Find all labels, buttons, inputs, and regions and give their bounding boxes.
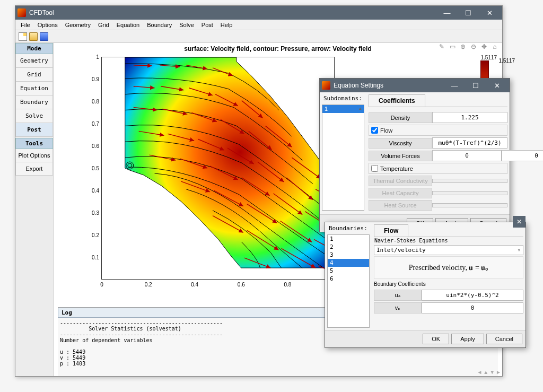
save-file-icon[interactable] [40, 32, 48, 41]
menu-options[interactable]: Options [34, 21, 61, 29]
volume-force-x-input[interactable]: 0 [432, 150, 502, 161]
app-icon [17, 8, 26, 17]
bc-equation-group: Navier-Stokes Equations [374, 237, 523, 244]
toolbar [15, 30, 502, 43]
v0-label: vₒ [374, 302, 422, 313]
u0-input[interactable]: uin*2*(y-0.5)^2 [422, 290, 523, 301]
sidebar-item-plot-options[interactable]: Plot Options [15, 149, 53, 162]
boundary-item[interactable]: 5 [328, 267, 369, 275]
density-input[interactable]: 1.225 [432, 112, 507, 123]
sidebar-item-equation[interactable]: Equation [15, 82, 53, 95]
thermal-conductivity-input [432, 179, 507, 183]
boundary-item[interactable]: 4 [328, 259, 369, 267]
select-icon[interactable]: ▭ [448, 43, 457, 51]
close-button[interactable]: ✕ [479, 6, 500, 20]
flow-checkbox[interactable] [371, 127, 378, 134]
sidebar-item-export[interactable]: Export [15, 162, 53, 176]
subdomain-item[interactable]: 1▴ [322, 105, 364, 113]
open-file-icon[interactable] [29, 32, 38, 41]
flow-checkbox-row[interactable]: Flow [369, 125, 507, 136]
bc-coefficients-title: Boundary Coefficients [374, 280, 523, 288]
temperature-checkbox-row[interactable]: Temperature [369, 163, 507, 174]
v0-input[interactable]: 0 [422, 302, 523, 313]
bc-ok-button[interactable]: OK [423, 334, 449, 344]
colorbar-value-label: 1.5117 [480, 55, 497, 60]
menu-geometry[interactable]: Geometry [62, 21, 94, 29]
boundary-item[interactable]: 3 [328, 251, 369, 259]
density-label: Density [369, 112, 432, 123]
temperature-checkbox[interactable] [371, 165, 378, 172]
thermal-conductivity-label: Thermal Conductivity [369, 176, 432, 186]
u0-label: uₒ [374, 290, 422, 301]
pan-icon[interactable]: ✥ [480, 43, 488, 51]
mode-sidebar: Mode Geometry Grid Equation Boundary Sol… [15, 43, 54, 376]
bc-type-select[interactable]: Inlet/velocity [374, 245, 523, 255]
home-icon[interactable]: ⌂ [491, 43, 499, 51]
menubar: File Options Geometry Grid Equation Boun… [15, 20, 502, 30]
mode-header: Mode [15, 43, 53, 54]
equation-dialog-title: Equation Settings [334, 82, 444, 89]
sidebar-item-solve[interactable]: Solve [15, 109, 53, 123]
bc-equation-display: Prescribed velocity, 𝐮 = 𝐮ₒ [374, 256, 523, 279]
maximize-button[interactable]: ☐ [458, 6, 479, 20]
sidebar-item-post[interactable]: Post [15, 123, 53, 137]
svg-line-2 [134, 65, 152, 66]
heat-source-label: Heat Source [369, 200, 432, 211]
tab-coefficients[interactable]: Coefficients [369, 94, 425, 107]
minimize-button[interactable]: — [436, 6, 458, 20]
eq-minimize-button[interactable]: — [444, 79, 465, 92]
subdomains-label: Subdomains: [322, 94, 366, 102]
colorbar-max: 1.5117 [498, 58, 515, 64]
bc-apply-button[interactable]: Apply [451, 334, 484, 344]
equation-dialog-titlebar[interactable]: Equation Settings — ☐ ✕ [320, 79, 510, 92]
sidebar-item-boundary[interactable]: Boundary [15, 95, 53, 109]
menu-boundary[interactable]: Boundary [144, 21, 175, 29]
tab-flow[interactable]: Flow [374, 224, 408, 237]
sidebar-item-grid[interactable]: Grid [15, 68, 53, 82]
sidebar-item-geometry[interactable]: Geometry [15, 54, 53, 68]
titlebar[interactable]: CFDTool — ☐ ✕ [15, 6, 502, 20]
volume-force-y-input[interactable]: 0 [502, 150, 543, 161]
menu-grid[interactable]: Grid [95, 21, 112, 29]
new-file-icon[interactable] [19, 32, 27, 41]
app-icon [322, 81, 330, 90]
bc-close-button[interactable]: ✕ [513, 216, 526, 228]
subdomains-list[interactable]: 1▴ [322, 104, 364, 211]
window-title: CFDTool [29, 9, 436, 16]
menu-post[interactable]: Post [198, 21, 216, 29]
heat-capacity-input [432, 191, 507, 195]
eq-close-button[interactable]: ✕ [486, 79, 507, 92]
eq-maximize-button[interactable]: ☐ [465, 79, 486, 92]
scroll-arrows[interactable]: ◄▲▼► [477, 369, 501, 375]
menu-solve[interactable]: Solve [176, 21, 197, 29]
bc-cancel-button[interactable]: Cancel [486, 334, 522, 344]
boundaries-label: Boundaries: [327, 224, 372, 232]
boundary-item[interactable]: 6 [328, 275, 369, 283]
boundaries-list[interactable]: 1 2 3 4 5 6 [327, 234, 370, 328]
temperature-label: Temperature [380, 165, 413, 172]
edit-plot-icon[interactable]: ✎ [437, 43, 446, 51]
equation-settings-dialog: Equation Settings — ☐ ✕ Subdomains: 1▴ C… [319, 78, 510, 232]
axes[interactable]: 0 0.2 0.4 0.6 0.8 1 [101, 57, 335, 280]
viscosity-input[interactable]: mu0*(T-Tref)^(2/3) [432, 137, 507, 149]
zoom-in-icon[interactable]: ⊕ [459, 43, 467, 51]
plot-toolbar: ✎ ▭ ⊕ ⊖ ✥ ⌂ [437, 43, 499, 51]
viscosity-label: Viscosity [369, 138, 432, 149]
boundary-settings-dialog: ✕ Boundaries: 1 2 3 4 5 6 Flow Navier-St… [325, 222, 526, 348]
plot-title: surface: Velocity field, contour: Pressu… [54, 43, 502, 55]
heat-source-input [432, 203, 507, 207]
volume-forces-label: Volume Forces [369, 151, 432, 161]
flow-label: Flow [380, 127, 392, 134]
menu-file[interactable]: File [17, 21, 33, 29]
zoom-out-icon[interactable]: ⊖ [469, 43, 478, 51]
menu-equation[interactable]: Equation [113, 21, 143, 29]
menu-help[interactable]: Help [217, 21, 236, 29]
boundary-item[interactable]: 1 [328, 235, 369, 243]
boundary-item[interactable]: 2 [328, 243, 369, 251]
heat-capacity-label: Heat Capacity [369, 188, 432, 198]
tools-header: Tools [15, 138, 53, 149]
